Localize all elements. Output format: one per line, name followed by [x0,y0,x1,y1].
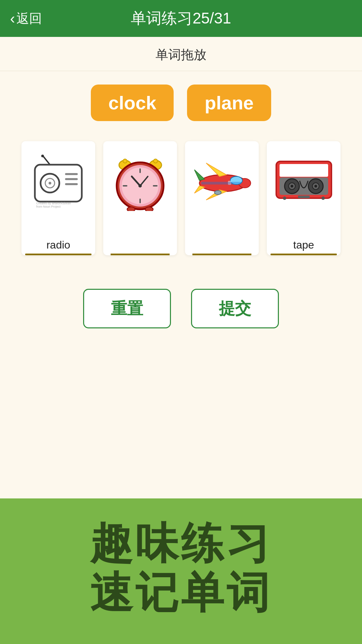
subtitle-text: 单词拖放 [156,48,206,62]
spacer [0,348,362,498]
submit-button[interactable]: 提交 [191,289,279,328]
card-plane-drop-zone[interactable] [192,246,251,255]
svg-point-45 [314,185,317,187]
back-button[interactable]: ‹ 返回 [10,10,42,27]
svg-point-48 [321,197,325,200]
svg-rect-7 [65,178,78,180]
card-clock-drop-zone[interactable] [111,246,170,255]
card-radio-underline [25,254,92,255]
svg-text:from Noun Project: from Noun Project [36,205,61,208]
card-tape: tape [267,141,341,255]
svg-point-1 [41,155,44,157]
buttons-area: 重置 提交 [0,272,362,348]
svg-rect-46 [298,196,310,198]
subtitle-bar: 单词拖放 [0,37,362,71]
header: ‹ 返回 单词练习25/31 [0,0,362,37]
word-chips-area: clock plane [0,71,362,131]
bottom-banner: 趣味练习 速记单词 [0,498,362,644]
plane-image [192,148,252,215]
card-plane[interactable] [185,141,259,255]
card-radio: Created by artworrksbean from Noun Proje… [21,141,95,255]
card-radio-label: radio [46,236,70,251]
svg-rect-8 [65,183,78,185]
svg-point-42 [291,185,293,187]
svg-point-5 [49,182,51,184]
svg-point-26 [145,207,153,211]
svg-marker-32 [194,170,204,180]
back-icon: ‹ [10,10,15,27]
tape-image [274,148,334,215]
svg-line-0 [43,156,50,165]
radio-image: Created by artworrksbean from Noun Proje… [28,148,88,215]
svg-point-47 [283,197,286,200]
clock-image [110,148,170,215]
word-chip-plane[interactable]: plane [187,85,271,121]
svg-point-25 [127,207,135,211]
card-clock[interactable] [103,141,177,255]
svg-point-34 [215,191,221,195]
svg-rect-38 [280,164,328,177]
word-chip-clock[interactable]: clock [91,85,174,121]
card-tape-underline [270,254,337,255]
svg-rect-36 [201,182,241,184]
svg-point-13 [123,159,127,163]
svg-rect-6 [65,173,78,175]
banner-line1: 趣味练习 [17,519,345,568]
card-tape-label: tape [293,236,314,251]
svg-marker-33 [194,186,204,193]
svg-point-24 [138,184,142,187]
banner-line2: 速记单词 [17,568,345,617]
header-title: 单词练习25/31 [131,8,231,29]
back-label: 返回 [16,10,42,27]
svg-text:Created by artworrksbean: Created by artworrksbean [36,202,71,205]
svg-marker-30 [206,163,226,176]
reset-button[interactable]: 重置 [83,289,171,328]
svg-point-14 [154,159,158,163]
cards-area: Created by artworrksbean from Noun Proje… [0,131,362,272]
